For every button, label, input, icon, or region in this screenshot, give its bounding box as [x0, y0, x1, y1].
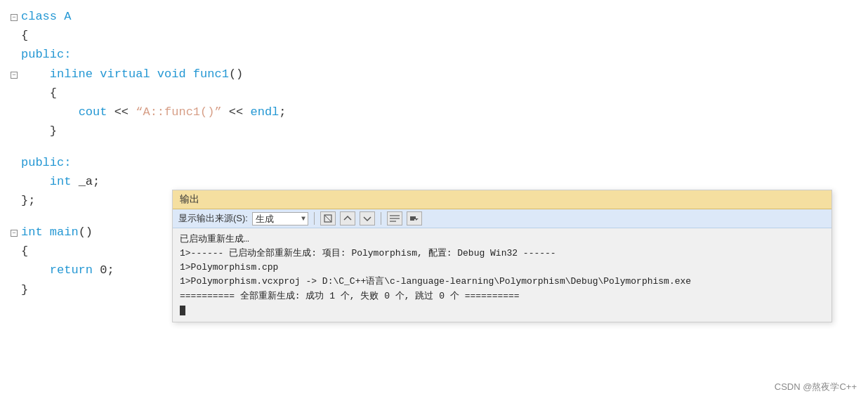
token-str: “A::func1()”: [136, 103, 221, 122]
collapse-empty: [7, 285, 21, 298]
indent: [21, 172, 50, 191]
output-source-dropdown-wrapper[interactable]: 生成调试查找结果 ▼: [252, 212, 308, 225]
code-line: public:: [0, 45, 868, 64]
collapse-minus-icon[interactable]: −: [7, 12, 21, 25]
output-line: 1>Polymorphism.cpp: [180, 261, 824, 275]
code-editor: −class A { public:− inline virtual void …: [0, 0, 868, 399]
code-line: public:: [0, 153, 868, 172]
indent: [21, 261, 50, 280]
indent: [21, 122, 50, 140]
code-line: int _a;: [0, 172, 868, 191]
code-line: −class A: [0, 7, 868, 26]
output-line: 1>------ 已启动全部重新生成: 项目: Polymorphism, 配置…: [180, 247, 824, 261]
token-normal: <<: [114, 103, 136, 122]
collapse-empty: [7, 266, 21, 278]
token-kw: public:: [21, 153, 71, 172]
code-line: − inline virtual void func1(): [0, 65, 868, 84]
collapse-empty: [7, 177, 21, 190]
indent: [21, 65, 50, 84]
collapse-empty: [7, 89, 21, 101]
token-normal: {: [21, 26, 28, 45]
token-kw: cout: [79, 103, 114, 122]
token-normal: (): [79, 223, 93, 242]
code-line: {: [0, 84, 868, 103]
toolbar-divider-1: [314, 212, 315, 225]
token-fn: func1: [193, 65, 229, 84]
watermark: CSDN @熬夜学C++: [775, 381, 857, 393]
token-kw: class: [21, 7, 64, 26]
toolbar-btn-2[interactable]: [340, 211, 355, 225]
token-normal: 0;: [100, 261, 114, 280]
collapse-empty: [7, 107, 21, 120]
collapse-minus-icon[interactable]: −: [7, 70, 21, 82]
indent: [21, 84, 50, 103]
code-line: {: [0, 26, 868, 45]
output-cursor-line: [180, 303, 824, 318]
output-panel: 输出 显示输出来源(S): 生成调试查找结果 ▼: [172, 190, 832, 322]
token-fn: main: [50, 223, 79, 242]
token-normal: {: [21, 242, 28, 261]
token-kw: return: [50, 261, 100, 280]
token-normal: }: [21, 280, 28, 299]
output-source-select[interactable]: 生成调试查找结果: [252, 212, 308, 225]
output-toolbar: 显示输出来源(S): 生成调试查找结果 ▼: [173, 209, 831, 228]
output-line: ========== 全部重新生成: 成功 1 个, 失败 0 个, 跳过 0 …: [180, 289, 824, 303]
indent: [21, 103, 79, 122]
token-class-name: A: [64, 7, 71, 26]
collapse-empty: [7, 210, 21, 223]
token-kw: int: [21, 223, 50, 242]
token-normal: (): [229, 65, 243, 84]
code-line: }: [0, 122, 868, 140]
token-kw: public:: [21, 45, 71, 64]
toolbar-btn-3[interactable]: [360, 211, 375, 225]
toolbar-btn-1[interactable]: [320, 211, 336, 225]
output-cursor: [180, 306, 185, 315]
collapse-empty: [7, 140, 21, 153]
collapse-minus-icon[interactable]: −: [7, 228, 21, 240]
token-normal: _a;: [79, 172, 100, 191]
svg-line-1: [324, 215, 331, 222]
output-title: 输出: [173, 190, 831, 209]
code-line: [0, 140, 868, 153]
token-normal: };: [21, 191, 35, 210]
token-kw: inline virtual void: [50, 65, 193, 84]
collapse-empty: [7, 247, 21, 259]
output-content: 已启动重新生成…1>------ 已启动全部重新生成: 项目: Polymorp…: [173, 228, 831, 322]
code-line: cout << “A::func1()” << endl;: [0, 103, 868, 122]
token-normal: }: [50, 122, 57, 140]
collapse-empty: [7, 50, 21, 63]
token-kw: int: [50, 172, 79, 191]
output-line: 已启动重新生成…: [180, 233, 824, 247]
output-source-label: 显示输出来源(S):: [178, 212, 248, 225]
token-normal: ;: [279, 103, 286, 122]
collapse-empty: [7, 196, 21, 209]
output-line: 1>Polymorphism.vcxproj -> D:\C_C++语言\c-l…: [180, 275, 824, 289]
toolbar-btn-5[interactable]: [407, 211, 422, 225]
collapse-empty: [7, 158, 21, 171]
token-normal: {: [50, 84, 57, 103]
token-kw: endl: [250, 103, 279, 122]
token-normal: <<: [222, 103, 251, 122]
toolbar-btn-4[interactable]: [387, 211, 402, 225]
collapse-empty: [7, 31, 21, 44]
collapse-empty: [7, 126, 21, 139]
toolbar-divider-2: [381, 212, 381, 225]
